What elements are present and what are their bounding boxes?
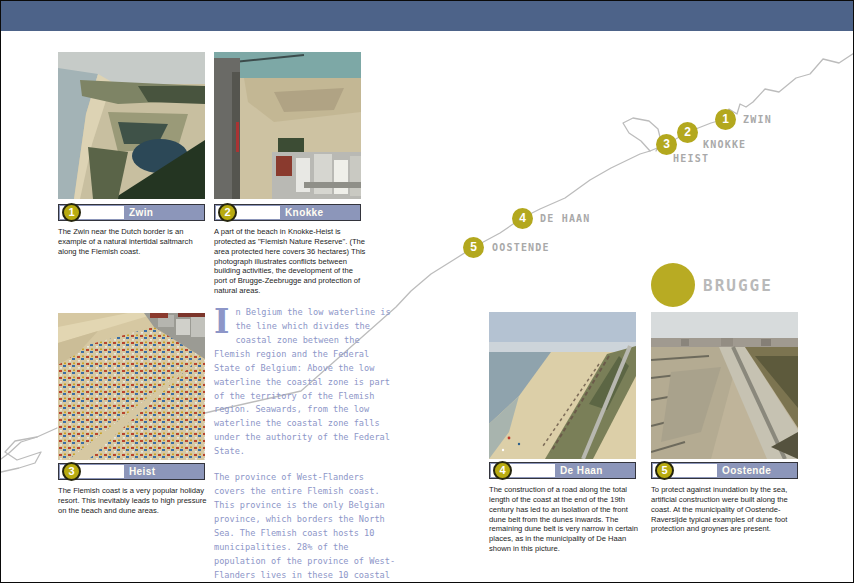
caption-knokke: A part of the beach in Knokke-Heist is p… — [214, 227, 367, 296]
map-label-de-haan: DE HAAN — [540, 213, 591, 224]
map-label-zwin: ZWIN — [743, 114, 772, 125]
caption-oostende: To protect against inundation by the sea… — [651, 485, 804, 534]
caption-zwin: The Zwin near the Dutch border is an exa… — [58, 227, 211, 257]
label-bar-knokke: 2 Knokke — [214, 204, 361, 221]
map-label-knokke: KNOKKE — [703, 139, 746, 150]
label-text-knokke: Knokke — [285, 207, 324, 218]
drop-cap: I — [214, 308, 229, 336]
caption-de-haan: The construction of a road along the tot… — [489, 485, 642, 554]
label-text-zwin: Zwin — [129, 207, 153, 218]
caption-heist: The Flemish coast is a very popular holi… — [58, 486, 211, 516]
body-paragraph-1-text: n Belgium the low waterline is the line … — [214, 307, 391, 456]
map-marker-1[interactable]: 1 — [715, 109, 736, 130]
label-bar-heist: 3 Heist — [58, 463, 205, 480]
body-paragraph-1: In Belgium the low waterline is the line… — [214, 306, 400, 459]
map-marker-5[interactable]: 5 — [463, 237, 484, 258]
photo-zwin — [58, 52, 205, 199]
map-marker-2[interactable]: 2 — [677, 122, 698, 143]
photo-oostende — [651, 312, 798, 459]
map-label-oostende: OOSTENDE — [492, 242, 550, 253]
label-text-oostende: Oostende — [722, 465, 771, 476]
label-bar-zwin: 1 Zwin — [58, 204, 205, 221]
book-spread: 1 Zwin 2 Knokke The Zwin near the Dutch … — [0, 0, 854, 583]
label-text-de-haan: De Haan — [560, 465, 603, 476]
brugge-city-dot[interactable] — [651, 263, 695, 307]
number-badge-5: 5 — [655, 461, 674, 480]
number-badge-2: 2 — [218, 203, 237, 222]
map-label-heist: HEIST — [673, 153, 709, 164]
body-paragraph-2: The province of West-Flanders covers the… — [214, 471, 400, 583]
label-bar-de-haan: 4 De Haan — [489, 462, 636, 479]
number-badge-4: 4 — [493, 461, 512, 480]
map-marker-4[interactable]: 4 — [512, 208, 533, 229]
body-text: In Belgium the low waterline is the line… — [214, 306, 400, 583]
photo-knokke — [214, 52, 361, 199]
label-text-heist: Heist — [129, 466, 155, 477]
photo-de-haan — [489, 312, 636, 459]
photo-heist — [58, 313, 205, 460]
map-marker-3[interactable]: 3 — [656, 134, 677, 155]
number-badge-1: 1 — [62, 203, 81, 222]
number-badge-3: 3 — [62, 462, 81, 481]
label-bar-oostende: 5 Oostende — [651, 462, 798, 479]
map-label-brugge: BRUGGE — [703, 276, 773, 295]
